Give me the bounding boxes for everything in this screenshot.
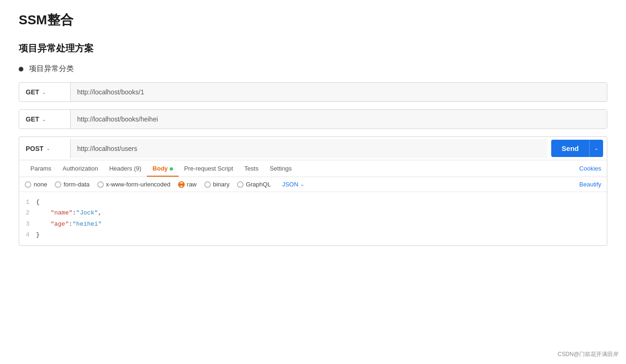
postman-chevron-icon: ⌄ [46,146,50,151]
radio-form-data[interactable]: form-data [55,181,90,188]
request-box-1: GET ⌄ [19,82,607,102]
radio-label-urlencoded: x-www-form-urlencoded [106,181,171,188]
beautify-button[interactable]: Beautify [579,181,601,188]
radio-graphql[interactable]: GraphQL [237,181,271,188]
section-title: 项目异常处理方案 [19,42,607,55]
postman-top-row: POST ⌄ Send ⌄ [19,137,607,160]
code-line-4: 4 } [19,229,607,240]
line-num-3: 3 [19,219,36,229]
postman-method-label: POST [26,145,43,152]
radio-dot-form-data [55,181,61,188]
code-content-1: { [36,197,40,207]
code-content-2: "name":"Jock", [36,207,101,218]
line-num-1: 1 [19,197,36,207]
send-button[interactable]: Send [551,140,589,157]
json-chevron-icon: ⌄ [300,181,304,187]
radio-dot-binary [204,181,211,188]
headers-badge: (9) [134,165,141,172]
radio-urlencoded[interactable]: x-www-form-urlencoded [97,181,171,188]
code-line-3: 3 "age":"heihei" [19,219,607,229]
radio-dot-urlencoded [97,181,104,188]
code-line-2: 2 "name":"Jock", [19,207,607,218]
method-label-2: GET [26,115,39,123]
tabs-row: Params Authorization Headers (9) Body Pr… [19,160,607,177]
radio-dot-raw [178,181,185,188]
code-content-3: "age":"heihei" [36,219,101,229]
tab-authorization[interactable]: Authorization [57,160,104,177]
radio-none[interactable]: none [25,181,47,188]
radio-dot-graphql [237,181,244,188]
line-num-4: 4 [19,229,36,240]
line-num-2: 2 [19,207,36,218]
json-label: JSON [282,181,298,188]
url-input-2[interactable] [71,110,607,128]
code-content-4: } [36,229,40,240]
tab-cookies[interactable]: Cookies [579,160,601,177]
bullet-label: 项目异常分类 [29,64,74,74]
tab-body[interactable]: Body [147,160,179,177]
tab-params[interactable]: Params [25,160,57,177]
radio-label-raw: raw [187,181,197,188]
page-title: SSM整合 [19,11,607,29]
radio-binary[interactable]: binary [204,181,230,188]
method-label-1: GET [26,88,39,96]
request-box-2: GET ⌄ [19,109,607,129]
url-input-1[interactable] [71,83,607,101]
send-dropdown-button[interactable]: ⌄ [589,140,603,157]
method-selector-1[interactable]: GET ⌄ [19,83,71,101]
send-button-wrap: Send ⌄ [551,140,603,157]
tab-tests[interactable]: Tests [239,160,264,177]
bullet-item: 项目异常分类 [19,64,607,74]
tab-prerequest[interactable]: Pre-request Script [179,160,239,177]
postman-url-input[interactable] [71,139,547,158]
postman-method-selector[interactable]: POST ⌄ [19,139,71,158]
tab-headers[interactable]: Headers (9) [104,160,147,177]
radio-dot-none [25,181,31,188]
json-type-selector[interactable]: JSON ⌄ [282,181,304,188]
postman-panel: POST ⌄ Send ⌄ Params Authorization Heade… [19,136,607,246]
chevron-down-icon-2: ⌄ [42,117,46,122]
code-area: 1 { 2 "name":"Jock", 3 "age":"heihei" 4 … [19,192,607,245]
code-line-1: 1 { [19,197,607,207]
radio-label-binary: binary [213,181,230,188]
bullet-dot [19,67,23,71]
chevron-down-icon-1: ⌄ [42,90,46,95]
radio-label-none: none [34,181,47,188]
radio-raw[interactable]: raw [178,181,197,188]
radio-label-form-data: form-data [64,181,90,188]
body-dot [170,167,173,171]
body-options-row: none form-data x-www-form-urlencoded raw… [19,177,607,192]
radio-label-graphql: GraphQL [246,181,271,188]
method-selector-2[interactable]: GET ⌄ [19,110,71,128]
tab-settings[interactable]: Settings [264,160,297,177]
